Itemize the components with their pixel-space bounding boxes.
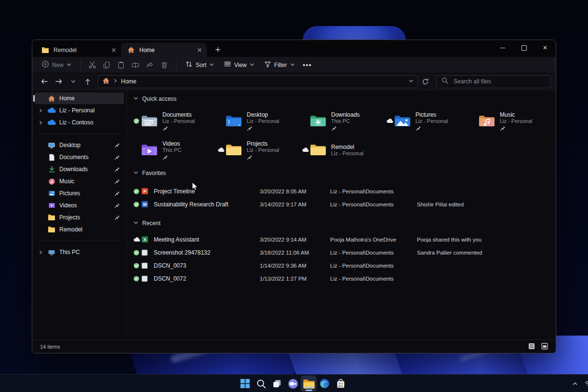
up-button[interactable]	[80, 75, 95, 88]
file-date: 3/20/2022 9:14 AM	[260, 237, 330, 243]
file-activity: Shishir Pillai edited	[417, 202, 556, 207]
rename-button[interactable]	[128, 59, 143, 71]
sidebar-item-videos[interactable]: Videos	[35, 200, 124, 211]
quick-access-tile[interactable]: PicturesLiz - Personal	[387, 108, 469, 134]
sidebar-item-desktop[interactable]: Desktop	[35, 139, 124, 151]
section-header-quick-access[interactable]: Quick access	[134, 94, 556, 104]
chevron-down-icon	[134, 170, 138, 176]
quick-access-tile[interactable]: ProjectsLiz - Personal	[218, 137, 301, 162]
copy-button[interactable]	[99, 59, 114, 71]
taskbar-teams-chat-button[interactable]	[285, 376, 301, 392]
forward-button[interactable]	[52, 75, 66, 88]
tile-text: PicturesLiz - Personal	[415, 111, 448, 131]
pin-icon	[331, 125, 360, 131]
file-row[interactable]: WSustainability Research Draft3/14/2022 …	[134, 198, 556, 211]
maximize-button[interactable]	[513, 40, 535, 55]
taskbar-store-button[interactable]	[333, 376, 348, 392]
sidebar-item-downloads[interactable]: Downloads	[35, 163, 124, 175]
refresh-button[interactable]	[418, 75, 432, 88]
file-row[interactable]: PProject Timeline3/20/2022 8:05 AMLiz - …	[134, 185, 556, 198]
sidebar-item-music[interactable]: Music	[35, 176, 124, 187]
details-view-icon[interactable]	[528, 343, 535, 351]
filter-button[interactable]: Filter	[260, 59, 299, 71]
close-tab-icon[interactable]	[195, 46, 204, 54]
breadcrumb[interactable]: Home	[98, 75, 418, 88]
sidebar-item-documents[interactable]: Documents	[35, 151, 124, 163]
taskbar-edge-button[interactable]	[317, 376, 333, 392]
file-activity: Pooja shared this with you	[417, 237, 556, 243]
network-icon[interactable]	[583, 378, 588, 389]
sync-status-icon	[134, 202, 141, 207]
chevron-up-icon[interactable]	[570, 378, 580, 389]
back-button[interactable]	[37, 75, 52, 88]
sort-button[interactable]: Sort	[181, 59, 218, 71]
more-options-button[interactable]: •••	[300, 59, 315, 71]
divider	[176, 61, 176, 69]
sidebar-item-liz-personal[interactable]: Liz - Personal	[35, 105, 124, 116]
recent-locations-button[interactable]	[66, 75, 80, 88]
tab-home[interactable]: Home	[121, 43, 207, 57]
file-date: 1/14/2022 9:36 AM	[260, 263, 330, 269]
divider	[80, 61, 80, 69]
music-icon	[47, 178, 56, 185]
sidebar-item-pictures[interactable]: Pictures	[35, 188, 124, 199]
navigation-pane: HomeLiz - PersonalLiz - ContosoDesktopDo…	[32, 90, 127, 339]
file-row[interactable]: Screenshot 294781323/18/2022 11:06 AMLiz…	[134, 246, 556, 259]
maximize-icon	[521, 45, 527, 51]
tab-bar: Remodel Home ✕	[32, 40, 556, 57]
section-title: Recent	[142, 220, 160, 227]
section-header-favorites[interactable]: Favorites	[134, 168, 556, 178]
new-tab-button[interactable]	[212, 43, 224, 56]
sidebar-item-label: Pictures	[59, 190, 111, 197]
paste-icon	[117, 61, 125, 69]
new-button[interactable]: New	[37, 59, 76, 71]
search-input[interactable]	[453, 78, 546, 85]
share-button[interactable]	[143, 59, 157, 71]
taskbar-task-view-button[interactable]	[269, 376, 285, 392]
sidebar-item-projects[interactable]: Projects	[35, 212, 124, 223]
cut-button[interactable]	[85, 59, 99, 71]
file-row[interactable]: XMeeting Assistant3/20/2022 9:14 AMPooja…	[134, 233, 556, 246]
sidebar-item-liz-contoso[interactable]: Liz - Contoso	[35, 117, 124, 128]
home-icon	[47, 95, 56, 102]
minimize-button[interactable]	[492, 40, 513, 55]
taskbar-start-button[interactable]	[237, 376, 253, 392]
sidebar-item-home[interactable]: Home	[35, 93, 124, 104]
quick-access-tile[interactable]: DownloadsThis PC	[302, 108, 385, 134]
sync-status-icon	[134, 263, 141, 269]
thumbnail-view-icon[interactable]	[541, 343, 548, 351]
chevron-right-icon[interactable]	[38, 108, 44, 113]
tile-location: Liz - Personal	[162, 118, 195, 124]
home-icon	[102, 77, 110, 86]
chevron-down-icon	[209, 62, 214, 68]
pin-icon	[162, 125, 195, 131]
image-file-icon	[141, 249, 154, 256]
taskbar-file-explorer-button[interactable]	[301, 376, 317, 392]
quick-access-tile[interactable]: VideosThis PC	[134, 137, 216, 162]
chevron-right-icon[interactable]	[38, 120, 44, 125]
file-row[interactable]: DSCN_00731/14/2022 9:36 AMLiz - Personal…	[134, 259, 556, 272]
quick-access-tile[interactable]: RemodelLiz - Personal	[302, 137, 385, 162]
view-button[interactable]: View	[219, 59, 259, 71]
paste-button[interactable]	[114, 59, 128, 71]
file-location: Pooja Malhotra's OneDrive	[330, 237, 417, 243]
close-button[interactable]: ✕	[535, 40, 556, 55]
quick-access-tile[interactable]: DesktopLiz - Personal	[218, 108, 301, 134]
quick-access-tile[interactable]: MusicLiz - Personal	[471, 108, 554, 134]
sidebar-item-remodel[interactable]: Remodel	[35, 224, 124, 235]
search-box[interactable]	[436, 75, 551, 88]
file-row[interactable]: DSCN_00721/13/2022 1:27 PMLiz - Personal…	[134, 272, 556, 285]
address-dropdown-icon[interactable]	[409, 78, 414, 85]
tile-location: This PC	[162, 147, 181, 153]
file-location: Liz - Personal\Documents	[330, 263, 417, 269]
chevron-right-icon[interactable]	[38, 250, 44, 255]
tab-remodel[interactable]: Remodel	[35, 43, 121, 57]
quick-access-tile[interactable]: DocumentsLiz - Personal	[134, 108, 216, 134]
section-header-recent[interactable]: Recent	[134, 218, 556, 228]
file-date: 3/20/2022 8:05 AM	[260, 189, 330, 194]
sidebar-item-this-pc[interactable]: This PC	[35, 246, 124, 258]
delete-button[interactable]	[157, 59, 172, 71]
search-icon	[441, 77, 448, 86]
taskbar-search-button[interactable]	[253, 376, 269, 392]
close-tab-icon[interactable]	[109, 46, 118, 54]
